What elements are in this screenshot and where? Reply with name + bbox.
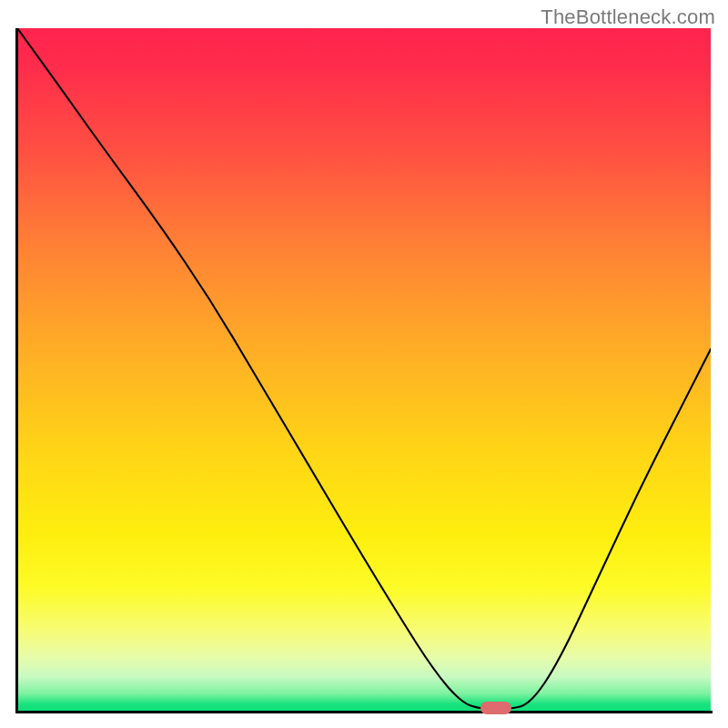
x-axis-line	[15, 711, 713, 713]
y-axis-line	[15, 28, 18, 713]
chart-background	[17, 28, 711, 711]
watermark-text: TheBottleneck.com	[541, 5, 715, 29]
